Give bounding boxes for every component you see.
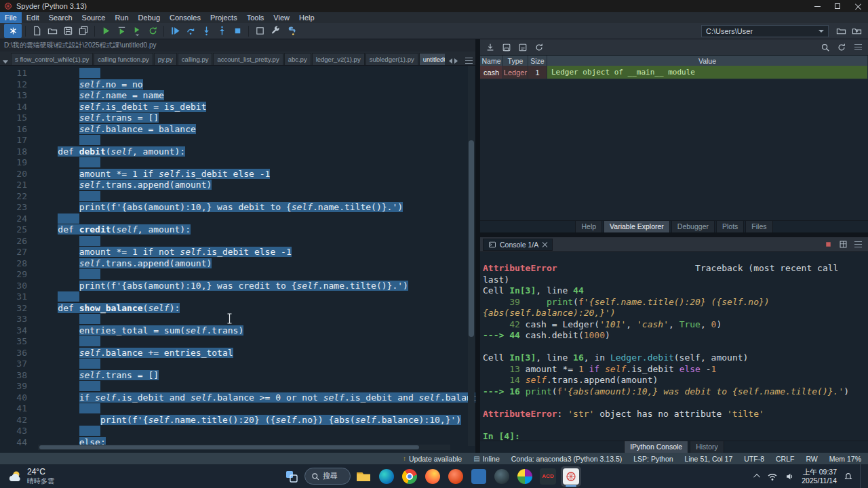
editor-options-menu-icon[interactable] xyxy=(465,58,473,64)
taskbar-search[interactable]: 搜尋 xyxy=(304,468,351,485)
scroll-tabs-right-icon[interactable] xyxy=(454,58,458,64)
scroll-tabs-left-icon[interactable] xyxy=(449,58,452,64)
status-item[interactable]: Conda: anaconda3 (Python 3.13.5) xyxy=(511,455,622,463)
code-line[interactable]: 19 xyxy=(0,157,475,169)
menu-run[interactable]: Run xyxy=(110,12,133,23)
column-header-type[interactable]: Type xyxy=(503,56,528,66)
code-line[interactable]: 29 xyxy=(0,269,475,281)
taskbar-app-spyder[interactable] xyxy=(561,466,581,487)
hidden-icons-chevron-icon[interactable] xyxy=(753,474,760,481)
code-line[interactable]: 33 xyxy=(0,314,475,325)
notifications-icon[interactable] xyxy=(844,472,853,481)
preferences-wrench-icon[interactable] xyxy=(268,24,283,38)
code-line[interactable]: 31 xyxy=(0,291,475,303)
run-cell-icon[interactable] xyxy=(114,24,129,38)
code-line[interactable]: 24 xyxy=(0,214,475,225)
panel-tab-variable-explorer[interactable]: Variable Explorer xyxy=(604,220,670,232)
status-item[interactable]: ↑Update available xyxy=(403,455,462,463)
status-item[interactable]: ▤Inline xyxy=(473,455,500,463)
console-tab-ipython-console[interactable]: IPython Console xyxy=(624,441,688,453)
task-view-icon[interactable] xyxy=(281,466,302,487)
code-line[interactable]: 39 xyxy=(0,381,475,392)
taskbar-app-acdsee[interactable]: ACD xyxy=(538,466,558,487)
run-cell-advance-icon[interactable] xyxy=(130,24,144,38)
minimize-button[interactable] xyxy=(807,0,827,12)
editor-tab[interactable]: ledger_v2(1).py xyxy=(312,53,365,65)
code-line[interactable]: 13 self.name = name xyxy=(0,90,475,102)
code-line[interactable]: 42 print(f'{self.name.title():20} ({self… xyxy=(0,415,475,426)
editor-tab[interactable]: py.py xyxy=(154,53,177,65)
editor-tab[interactable]: account_list_pretty.py xyxy=(213,53,283,65)
console-options-menu-icon[interactable] xyxy=(850,237,865,251)
code-line[interactable]: 20 amount *= 1 if self.is_debit else -1 xyxy=(0,169,475,180)
status-item[interactable]: LSP: Python xyxy=(633,455,673,463)
status-item[interactable]: Line 51, Col 17 xyxy=(685,455,733,463)
code-line[interactable]: 38 self.trans = [] xyxy=(0,370,475,382)
interrupt-kernel-icon[interactable] xyxy=(821,237,835,251)
code-line[interactable]: 36 self.balance += entries_total xyxy=(0,348,475,359)
menu-debug[interactable]: Debug xyxy=(134,12,165,23)
code-line[interactable]: 27 amount *= 1 if not self.is_debit else… xyxy=(0,247,475,258)
status-item[interactable]: UTF-8 xyxy=(744,455,764,463)
save-data-icon[interactable] xyxy=(499,40,514,54)
editor-tab[interactable]: s flow_control_while(1).py xyxy=(11,53,93,65)
working-directory-combo[interactable]: C:\Users\User xyxy=(701,25,829,37)
code-line[interactable]: 16 self.balance = balance xyxy=(0,124,475,136)
console-tab[interactable]: Console 1/A xyxy=(483,239,553,251)
column-header-value[interactable]: Value xyxy=(547,56,868,66)
code-line[interactable]: 22 xyxy=(0,191,475,203)
save-data-as-icon[interactable] xyxy=(515,40,530,54)
taskbar-weather-widget[interactable]: 24°C 晴時多雲 xyxy=(0,467,108,486)
code-line[interactable]: 26 xyxy=(0,236,475,247)
step-over-icon[interactable] xyxy=(183,24,198,38)
status-item[interactable]: CRLF xyxy=(776,455,794,463)
maximize-button[interactable] xyxy=(827,0,848,12)
close-button[interactable] xyxy=(848,0,868,12)
python-path-icon[interactable] xyxy=(283,24,298,38)
code-line[interactable]: 25 def credit(self, amount): xyxy=(0,224,475,236)
parent-directory-icon[interactable] xyxy=(849,24,864,38)
refresh-icon[interactable] xyxy=(834,40,849,54)
editor-tab[interactable]: untitled0.py* xyxy=(419,53,445,65)
code-line[interactable]: 30 print(f'{abs(amount):10,} was credit … xyxy=(0,281,475,292)
variable-size[interactable]: 1 xyxy=(528,66,547,79)
code-line[interactable]: 14 self.is_debit = is_debit xyxy=(0,102,475,113)
code-line[interactable]: 23 print(f'{abs(amount):10,} was debit t… xyxy=(0,202,475,214)
code-line[interactable]: 35 xyxy=(0,336,475,348)
run-icon[interactable] xyxy=(98,24,113,38)
menu-projects[interactable]: Projects xyxy=(205,12,242,23)
menu-help[interactable]: Help xyxy=(294,12,319,23)
taskbar-clock[interactable]: 上午 09:37 2025/11/14 xyxy=(802,468,837,485)
step-return-icon[interactable] xyxy=(214,24,229,38)
column-header-name[interactable]: Name xyxy=(480,56,503,66)
menu-edit[interactable]: Edit xyxy=(22,12,44,23)
horizontal-splitter[interactable] xyxy=(480,232,868,237)
code-line[interactable]: 37 xyxy=(0,359,475,370)
variable-row[interactable]: cashLedger1Ledger object of __main__ mod… xyxy=(480,66,868,79)
save-icon[interactable] xyxy=(60,24,75,38)
editor-vertical-scrollbar[interactable] xyxy=(468,66,475,446)
step-into-icon[interactable] xyxy=(199,24,214,38)
code-line[interactable]: 28 self.trans.append(amount) xyxy=(0,258,475,270)
browse-tabs-icon[interactable] xyxy=(3,60,8,64)
taskbar-app-blue[interactable] xyxy=(469,466,489,487)
refresh-variables-icon[interactable] xyxy=(532,40,547,54)
panel-tab-debugger[interactable]: Debugger xyxy=(671,220,715,232)
menu-search[interactable]: Search xyxy=(44,12,77,23)
editor-tab[interactable]: abc.py xyxy=(284,53,311,65)
code-line[interactable]: 17 xyxy=(0,135,475,146)
maximize-pane-icon[interactable] xyxy=(252,24,267,38)
code-line[interactable]: 41 xyxy=(0,403,475,415)
column-header-size[interactable]: Size xyxy=(528,56,547,66)
vertical-splitter[interactable] xyxy=(475,39,480,453)
new-file-icon[interactable] xyxy=(29,24,44,38)
show-desktop-button[interactable] xyxy=(860,464,863,488)
code-line[interactable]: 21 self.trans.append(amount) xyxy=(0,180,475,191)
open-file-icon[interactable] xyxy=(45,24,60,38)
panel-tab-files[interactable]: Files xyxy=(745,220,772,232)
editor-tab[interactable]: calling.py xyxy=(178,53,213,65)
close-console-icon[interactable] xyxy=(542,242,547,247)
rerun-cell-icon[interactable] xyxy=(145,24,160,38)
variable-type[interactable]: Ledger xyxy=(503,66,528,79)
taskbar-app-dark[interactable] xyxy=(492,466,512,487)
